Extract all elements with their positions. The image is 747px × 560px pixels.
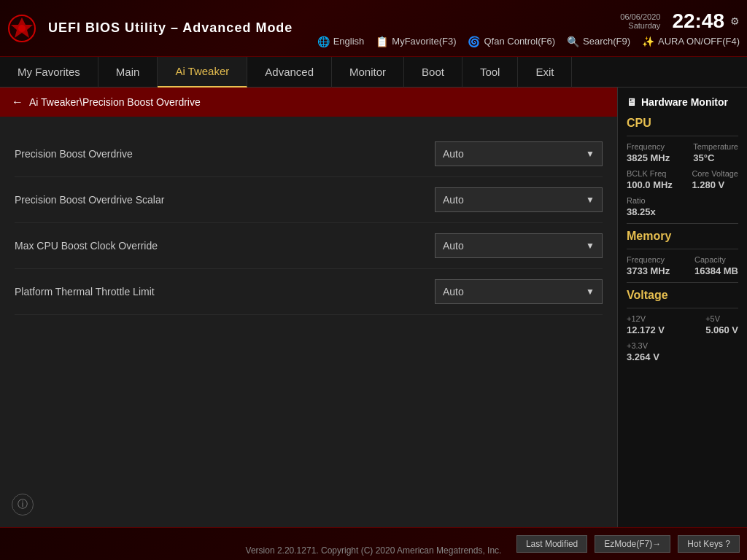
cpu-freq-temp-row: Frequency 3825 MHz Temperature 35°C <box>627 142 738 163</box>
setting-row-max-cpu-boost-clock-override: Max CPU Boost Clock Override Auto ▼ <box>15 223 603 269</box>
bclk-value: 100.0 MHz <box>627 179 673 190</box>
bclk-col: BCLK Freq 100.0 MHz <box>627 169 673 190</box>
v33-col: +3.3V 3.264 V <box>627 341 659 362</box>
ratio-value: 38.25x <box>627 206 656 217</box>
header-right: 06/06/2020 Saturday 22:48 ⚙ 🌐 English 📋 … <box>317 9 740 47</box>
setting-label-precision-boost-overdrive-scalar: Precision Boost Overdrive Scalar <box>15 194 164 206</box>
voltage-33v-row: +3.3V 3.264 V <box>627 341 738 362</box>
main-layout: ← Ai Tweaker\Precision Boost Overdrive P… <box>0 88 747 527</box>
aura-icon: ✨ <box>642 36 654 47</box>
nav-item-exit[interactable]: Exit <box>518 57 572 88</box>
cpu-temp-col: Temperature 35°C <box>693 142 738 163</box>
ez-mode-label: EzMode(F7)→ <box>604 539 661 549</box>
header: UEFI BIOS Utility – Advanced Mode 06/06/… <box>0 0 747 57</box>
my-favorite-button[interactable]: 📋 MyFavorite(F3) <box>376 36 456 47</box>
breadcrumb: ← Ai Tweaker\Precision Boost Overdrive <box>0 88 617 117</box>
bclk-label: BCLK Freq <box>627 169 673 178</box>
monitor-icon: 🖥 <box>627 96 637 108</box>
core-voltage-value: 1.280 V <box>692 179 738 190</box>
setting-label-max-cpu-boost-clock-override: Max CPU Boost Clock Override <box>15 240 158 252</box>
max-cpu-boost-clock-override-dropdown[interactable]: Auto ▼ <box>435 233 603 258</box>
precision-boost-overdrive-scalar-value: Auto <box>443 194 464 206</box>
platform-thermal-throttle-limit-value: Auto <box>443 286 464 298</box>
logo-area: UEFI BIOS Utility – Advanced Mode <box>7 14 293 43</box>
aura-button[interactable]: ✨ AURA ON/OFF(F4) <box>642 36 740 47</box>
favorite-icon: 📋 <box>376 36 388 47</box>
cpu-section-title: CPU <box>627 117 738 130</box>
setting-row-precision-boost-overdrive: Precision Boost Overdrive Auto ▼ <box>15 131 603 177</box>
precision-boost-overdrive-value: Auto <box>443 148 464 160</box>
cpu-bclk-corevolt-row: BCLK Freq 100.0 MHz Core Voltage 1.280 V <box>627 169 738 190</box>
ratio-col: Ratio 38.25x <box>627 196 656 217</box>
setting-row-precision-boost-overdrive-scalar: Precision Boost Overdrive Scalar Auto ▼ <box>15 177 603 223</box>
cpu-divider <box>627 136 738 136</box>
last-modified-label: Last Modified <box>526 539 578 549</box>
settings-gear-icon[interactable]: ⚙ <box>730 15 740 27</box>
content-area: ← Ai Tweaker\Precision Boost Overdrive P… <box>0 88 617 527</box>
time-display: 22:48 <box>672 9 724 33</box>
hw-monitor-title: 🖥 Hardware Monitor <box>627 96 738 108</box>
search-label: Search(F9) <box>583 36 630 47</box>
rog-icon <box>7 14 36 43</box>
breadcrumb-path: Ai Tweaker\Precision Boost Overdrive <box>29 96 201 108</box>
nav-item-main[interactable]: Main <box>98 57 158 88</box>
voltage-divider <box>627 308 738 308</box>
setting-row-platform-thermal-throttle-limit: Platform Thermal Throttle Limit Auto ▼ <box>15 269 603 315</box>
nav-item-tool[interactable]: Tool <box>462 57 519 88</box>
nav-item-monitor[interactable]: Monitor <box>332 57 404 88</box>
search-icon: 🔍 <box>567 36 579 47</box>
v12-label: +12V <box>627 314 665 323</box>
cpu-frequency-value: 3825 MHz <box>627 152 670 163</box>
memory-frequency-value: 3733 MHz <box>627 265 670 276</box>
app-title: UEFI BIOS Utility – Advanced Mode <box>48 20 293 36</box>
cpu-temperature-value: 35°C <box>693 152 738 163</box>
memory-frequency-col: Frequency 3733 MHz <box>627 255 670 276</box>
memory-capacity-col: Capacity 16384 MB <box>694 255 738 276</box>
footer-buttons: Last Modified EzMode(F7)→ Hot Keys ? <box>516 535 740 553</box>
qfan-button[interactable]: 🌀 Qfan Control(F6) <box>468 36 555 47</box>
memory-frequency-label: Frequency <box>627 255 670 264</box>
v12-value: 12.172 V <box>627 324 665 335</box>
dropdown-arrow-icon: ▼ <box>586 149 595 159</box>
dropdown-arrow-icon-4: ▼ <box>586 287 595 297</box>
ratio-label: Ratio <box>627 196 656 205</box>
core-voltage-col: Core Voltage 1.280 V <box>692 169 738 190</box>
nav-item-ai-tweaker[interactable]: Ai Tweaker <box>158 57 247 88</box>
v12-col: +12V 12.172 V <box>627 314 665 335</box>
nav-item-my-favorites[interactable]: My Favorites <box>0 57 98 88</box>
svg-point-2 <box>18 25 26 32</box>
v33-value: 3.264 V <box>627 351 659 362</box>
info-button[interactable]: ⓘ <box>12 494 34 516</box>
fan-icon: 🌀 <box>468 36 480 47</box>
v5-label: +5V <box>705 314 738 323</box>
max-cpu-boost-clock-override-value: Auto <box>443 240 464 252</box>
cpu-frequency-col: Frequency 3825 MHz <box>627 142 670 163</box>
hardware-monitor-sidebar: 🖥 Hardware Monitor CPU Frequency 3825 MH… <box>617 88 747 527</box>
v5-value: 5.060 V <box>705 324 738 335</box>
memory-capacity-value: 16384 MB <box>694 265 738 276</box>
memory-divider-top <box>627 223 738 224</box>
setting-label-precision-boost-overdrive: Precision Boost Overdrive <box>15 148 133 160</box>
dropdown-arrow-icon-2: ▼ <box>586 195 595 205</box>
memory-divider <box>627 249 738 249</box>
voltage-12v-5v-row: +12V 12.172 V +5V 5.060 V <box>627 314 738 335</box>
precision-boost-overdrive-dropdown[interactable]: Auto ▼ <box>435 141 603 166</box>
breadcrumb-back-button[interactable]: ← <box>12 96 23 109</box>
memory-capacity-label: Capacity <box>694 255 738 264</box>
search-button[interactable]: 🔍 Search(F9) <box>567 36 630 47</box>
ez-mode-button[interactable]: EzMode(F7)→ <box>595 535 670 553</box>
hot-keys-button[interactable]: Hot Keys ? <box>678 535 740 553</box>
info-area: ⓘ <box>0 482 617 527</box>
nav-item-boot[interactable]: Boot <box>404 57 462 88</box>
platform-thermal-throttle-limit-dropdown[interactable]: Auto ▼ <box>435 279 603 304</box>
core-voltage-label: Core Voltage <box>692 169 738 178</box>
version-text: Version 2.20.1271. Copyright (C) 2020 Am… <box>246 545 502 556</box>
precision-boost-overdrive-scalar-dropdown[interactable]: Auto ▼ <box>435 187 603 212</box>
last-modified-button[interactable]: Last Modified <box>516 535 587 553</box>
voltage-section-title: Voltage <box>627 289 738 302</box>
nav-item-advanced[interactable]: Advanced <box>247 57 332 88</box>
v33-label: +3.3V <box>627 341 659 350</box>
aura-label: AURA ON/OFF(F4) <box>658 36 740 47</box>
footer: Version 2.20.1271. Copyright (C) 2020 Am… <box>0 527 747 560</box>
language-selector[interactable]: 🌐 English <box>317 36 365 47</box>
